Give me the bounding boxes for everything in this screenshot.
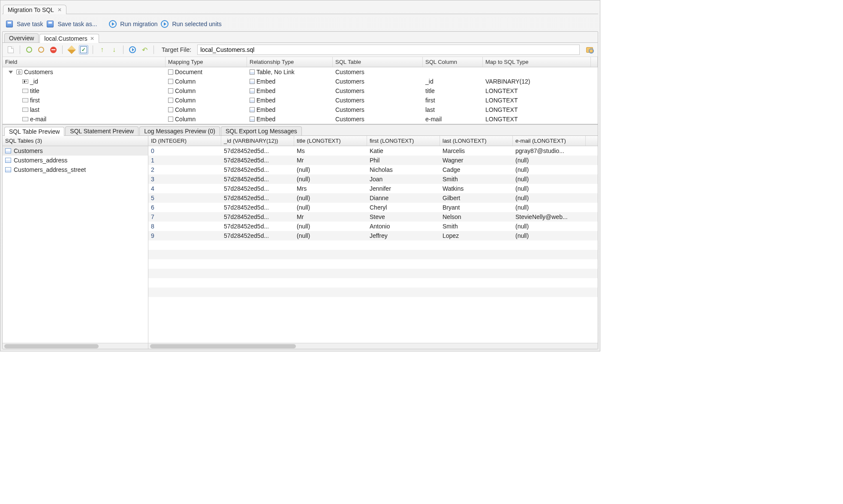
tab-migration-to-sql[interactable]: Migration To SQL ✕: [3, 5, 66, 14]
sql-table-item[interactable]: Customers: [3, 146, 148, 156]
grid-column-header[interactable]: ID (INTEGER): [148, 136, 221, 146]
save-task-icon[interactable]: [5, 19, 14, 29]
validate-icon[interactable]: [79, 45, 88, 54]
grid-column-header[interactable]: last (LONGTEXT): [440, 136, 513, 146]
grid-column-header[interactable]: first (LONGTEXT): [367, 136, 440, 146]
hscrollbar[interactable]: [148, 343, 598, 349]
grid-row-empty: [148, 269, 598, 278]
grid-column-header[interactable]: e-mail (LONGTEXT): [513, 136, 586, 146]
save-task-as-button[interactable]: Save task as...: [57, 21, 97, 27]
grid-column-header[interactable]: title (LONGTEXT): [294, 136, 367, 146]
move-down-icon[interactable]: ↓: [109, 45, 119, 54]
table-name: Customers_address: [14, 157, 67, 164]
tab-sql-table-preview[interactable]: SQL Table Preview: [4, 127, 64, 136]
move-up-icon[interactable]: ↑: [97, 45, 107, 54]
sql-table-item[interactable]: Customers_address: [3, 156, 148, 165]
col-mapping-type[interactable]: Mapping Type: [166, 57, 247, 67]
mapping-type-icon: [168, 107, 173, 112]
inner-panel: Overview local.Customers ✕ ↑ ↓: [2, 31, 598, 349]
preview-body: SQL Tables (3) CustomersCustomers_addres…: [3, 136, 598, 349]
hscrollbar[interactable]: [3, 343, 148, 349]
relationship-type: Embed: [256, 97, 275, 104]
tab-sql-statement-preview[interactable]: SQL Statement Preview: [65, 126, 138, 135]
field-name: title: [30, 87, 39, 94]
grid-row-empty: [148, 278, 598, 288]
col-sql-table[interactable]: SQL Table: [333, 57, 423, 67]
grid-row[interactable]: 857d28452ed5d...(null)AntonioSmith(null): [148, 222, 598, 231]
close-icon[interactable]: ✕: [57, 7, 62, 13]
mapping-row[interactable]: {}CustomersDocumentTable, No LinkCustome…: [3, 67, 598, 77]
grid-cell: 9: [148, 231, 221, 240]
tab-sql-export-log[interactable]: SQL Export Log Messages: [221, 126, 302, 135]
edit-icon[interactable]: [67, 45, 76, 54]
col-sql-type[interactable]: Map to SQL Type: [483, 57, 591, 67]
grid-cell: Joan: [367, 174, 440, 184]
grid-row[interactable]: 357d28452ed5d...(null)JoanSmith(null): [148, 174, 598, 184]
grid-row[interactable]: 257d28452ed5d...(null)NicholasCadge(null…: [148, 165, 598, 174]
grid-row[interactable]: 057d28452ed5d...MsKatieMarcelispgray87@s…: [148, 146, 598, 156]
save-task-button[interactable]: Save task: [17, 21, 43, 27]
col-sql-column[interactable]: SQL Column: [423, 57, 483, 67]
table-icon: [5, 148, 11, 153]
run-migration-button[interactable]: Run migration: [120, 21, 157, 27]
close-icon[interactable]: ✕: [90, 36, 94, 42]
grid-cell: Wagner: [440, 156, 513, 165]
grid-row[interactable]: 657d28452ed5d...(null)CherylBryant(null): [148, 203, 598, 212]
grid-cell: 3: [148, 174, 221, 184]
grid-row[interactable]: 957d28452ed5d...(null)JeffreyLopez(null): [148, 231, 598, 240]
mapping-type: Document: [175, 69, 202, 75]
run-step-icon[interactable]: [128, 45, 137, 54]
mapping-row[interactable]: e-mailColumnEmbedCustomerse-mailLONGTEXT: [3, 114, 598, 124]
sql-table-item[interactable]: Customers_address_street: [3, 165, 148, 174]
grid-cell: 57d28452ed5d...: [221, 184, 294, 193]
target-file-input[interactable]: [197, 45, 580, 55]
grid-row[interactable]: 457d28452ed5d...MrsJenniferWatkins(null): [148, 184, 598, 193]
add-green-icon[interactable]: [24, 45, 34, 54]
tab-local-customers[interactable]: local.Customers ✕: [39, 34, 99, 43]
tab-overview[interactable]: Overview: [4, 33, 39, 42]
string-field-icon: [22, 117, 28, 121]
run-migration-icon[interactable]: [108, 19, 117, 29]
sql-table: Customers: [335, 87, 364, 94]
sql-type: LONGTEXT: [485, 106, 518, 113]
grid-cell: Mr: [294, 212, 367, 222]
tab-label: SQL Table Preview: [9, 128, 60, 135]
table-icon: [5, 158, 11, 163]
grid-cell: Jeffrey: [367, 231, 440, 240]
mapping-type: Column: [175, 106, 196, 113]
grid-column-header[interactable]: _id (VARBINARY(12)): [221, 136, 294, 146]
new-document-icon[interactable]: [6, 45, 15, 54]
tab-log-messages-preview[interactable]: Log Messages Preview (0): [139, 126, 220, 135]
migration-window: Migration To SQL ✕ Save task Save task a…: [0, 0, 600, 351]
table-name: Customers_address_street: [14, 166, 86, 173]
col-field[interactable]: Field: [3, 57, 166, 67]
preview-panel: SQL Table Preview SQL Statement Preview …: [3, 124, 598, 349]
field-name: Customers: [24, 69, 53, 75]
mapping-row[interactable]: lastColumnEmbedCustomerslastLONGTEXT: [3, 105, 598, 114]
grid-row[interactable]: 557d28452ed5d...(null)DianneGilbert(null…: [148, 193, 598, 203]
browse-folder-icon[interactable]: [585, 45, 594, 54]
save-task-as-icon[interactable]: [45, 19, 55, 29]
table-icon: [5, 167, 11, 172]
col-relationship-type[interactable]: Relationship Type: [247, 57, 333, 67]
remove-icon[interactable]: [48, 45, 58, 54]
run-selected-icon[interactable]: [160, 19, 169, 29]
grid-cell: Dianne: [367, 193, 440, 203]
run-selected-button[interactable]: Run selected units: [172, 21, 221, 27]
grid-cell: Smith: [440, 222, 513, 231]
field-name: last: [30, 106, 39, 113]
mapping-row[interactable]: firstColumnEmbedCustomersfirstLONGTEXT: [3, 96, 598, 105]
sql-type: LONGTEXT: [485, 87, 518, 94]
data-grid: ID (INTEGER)_id (VARBINARY(12))title (LO…: [148, 136, 598, 349]
grid-cell: Ms: [294, 146, 367, 156]
grid-row[interactable]: 157d28452ed5d...MrPhilWagner(null): [148, 156, 598, 165]
mapping-row[interactable]: ▮≡_idColumnEmbedCustomers_idVARBINARY(12…: [3, 77, 598, 86]
grid-cell: 6: [148, 203, 221, 212]
sql-column: last: [425, 106, 435, 113]
add-yellow-icon[interactable]: [36, 45, 46, 54]
grid-row[interactable]: 757d28452ed5d...MrSteveNelsonStevieNelly…: [148, 212, 598, 222]
undo-icon[interactable]: ↶: [140, 45, 149, 54]
tab-label: SQL Statement Preview: [70, 128, 134, 135]
expand-icon[interactable]: [9, 71, 13, 74]
mapping-row[interactable]: titleColumnEmbedCustomerstitleLONGTEXT: [3, 86, 598, 96]
